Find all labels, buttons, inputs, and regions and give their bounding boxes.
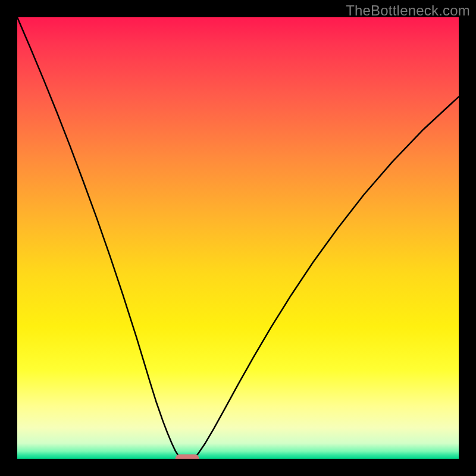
- watermark-text: TheBottleneck.com: [346, 2, 470, 19]
- chart-frame: TheBottleneck.com: [0, 0, 476, 476]
- plot-area: [17, 17, 459, 459]
- curve-right-branch: [194, 97, 459, 459]
- bottleneck-curve: [17, 17, 459, 459]
- curve-left-branch: [17, 17, 181, 459]
- optimal-point-marker: [175, 455, 199, 459]
